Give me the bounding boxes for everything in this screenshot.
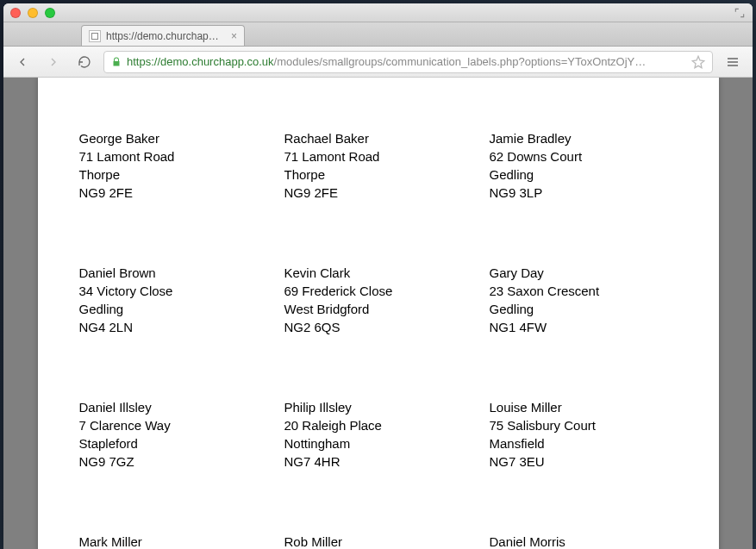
label-name: Daniel Brown [79,264,267,282]
label-postcode: NG9 7GZ [79,452,267,471]
fullscreen-icon[interactable] [734,7,746,19]
address-label: Rob Miller75 Salisbury CourtMansfield [284,533,472,549]
label-name: Daniel Morris [490,533,678,549]
address-label: Philip Illsley20 Raleigh PlaceNottingham… [284,398,472,471]
viewport: George Baker71 Lamont RoadThorpeNG9 2FER… [3,78,753,549]
label-line2: Thorpe [284,165,472,184]
browser-tab[interactable]: https://demo.churchapp.co × [81,25,245,46]
label-name: Rachael Baker [284,129,472,147]
label-line2: Gedling [490,165,678,184]
tab-favicon-icon [89,30,101,42]
label-postcode: NG2 6QS [284,318,472,336]
label-line1: 75 Salisbury Court [490,416,678,434]
minimize-window-button[interactable] [28,8,38,18]
url-protocol: https [127,55,151,68]
maximize-window-button[interactable] [45,8,55,18]
close-window-button[interactable] [10,8,21,18]
address-bar[interactable]: https://demo.churchapp.co.uk/modules/sma… [103,51,713,73]
url-path: /modules/smallgroups/communication_label… [274,55,647,68]
label-line1: 71 Lamont Road [284,147,472,165]
label-name: Mark Miller [79,533,267,549]
label-line1: 7 Clarence Way [79,416,267,434]
address-label: Louise Miller75 Salisbury CourtMansfield… [490,398,678,471]
label-line1: 69 Frederick Close [284,282,472,300]
label-line2: Thorpe [79,165,267,184]
address-label: Gary Day23 Saxon CrescentGedlingNG1 4FW [490,264,678,336]
address-label: Jamie Bradley62 Downs CourtGedlingNG9 3L… [490,129,678,202]
label-line2: Gedling [79,300,267,318]
reload-button[interactable] [72,51,97,73]
address-label: Daniel Morris11 Victory StreetIlkeston [490,533,678,549]
label-line1: 71 Lamont Road [79,147,267,165]
window-titlebar [3,3,753,22]
labels-page: George Baker71 Lamont RoadThorpeNG9 2FER… [38,78,719,549]
label-name: Jamie Bradley [490,129,678,147]
back-button[interactable] [10,51,34,73]
tab-title: https://demo.churchapp.co [106,30,222,42]
address-label: Mark Miller27 Gordon CourtIlkeston [79,533,267,549]
bookmark-star-icon[interactable] [691,55,705,69]
label-line2: Mansfield [490,434,678,452]
label-name: Daniel Illsley [79,398,267,416]
label-postcode: NG4 2LN [79,318,267,336]
url-host: ://demo.churchapp.co.uk [151,55,273,68]
label-line1: 20 Raleigh Place [284,416,472,434]
label-postcode: NG1 4FW [490,318,678,336]
address-label: George Baker71 Lamont RoadThorpeNG9 2FE [79,129,267,202]
label-postcode: NG9 2FE [79,184,267,202]
browser-toolbar: https://demo.churchapp.co.uk/modules/sma… [3,47,753,78]
label-postcode: NG7 4HR [284,452,472,471]
label-line2: Gedling [490,300,678,318]
label-name: Rob Miller [284,533,472,549]
address-label: Daniel Brown34 Victory CloseGedlingNG4 2… [79,264,267,336]
address-label: Daniel Illsley7 Clarence WayStaplefordNG… [79,398,267,471]
address-label: Kevin Clark69 Frederick CloseWest Bridgf… [284,264,472,336]
tab-bar: https://demo.churchapp.co × [3,22,753,47]
close-tab-icon[interactable]: × [231,31,237,41]
label-line2: Stapleford [79,434,267,452]
label-line2: Nottingham [284,434,472,452]
labels-grid: George Baker71 Lamont RoadThorpeNG9 2FER… [79,129,678,549]
url-text: https://demo.churchapp.co.uk/modules/sma… [127,55,686,68]
lock-icon [111,56,122,68]
label-postcode: NG9 2FE [284,184,472,202]
forward-button[interactable] [41,51,66,73]
label-name: Kevin Clark [284,264,472,282]
label-name: Philip Illsley [284,398,472,416]
window-controls [10,8,55,18]
menu-button[interactable] [720,51,746,73]
label-line2: West Bridgford [284,300,472,318]
label-line1: 23 Saxon Crescent [490,282,678,300]
label-line1: 62 Downs Court [490,147,678,165]
label-line1: 34 Victory Close [79,282,267,300]
address-label: Rachael Baker71 Lamont RoadThorpeNG9 2FE [284,129,472,202]
label-name: Louise Miller [490,398,678,416]
label-name: Gary Day [490,264,678,282]
label-postcode: NG9 3LP [490,184,678,202]
label-name: George Baker [79,129,267,147]
label-postcode: NG7 3EU [490,452,678,471]
browser-window: https://demo.churchapp.co × https://demo… [3,3,753,549]
